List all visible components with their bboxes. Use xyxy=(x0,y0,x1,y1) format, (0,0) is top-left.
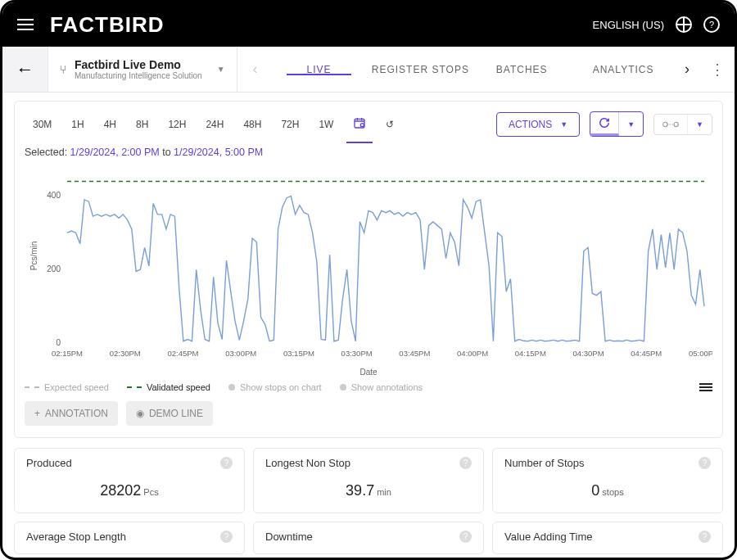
kpi-longest-non-stop: Longest Non Stop?39.7min xyxy=(253,448,484,513)
tab-live[interactable]: LIVE xyxy=(269,64,370,75)
range-1w[interactable]: 1W xyxy=(310,114,341,135)
kpi-number-of-stops: Number of Stops?0stops xyxy=(492,448,723,513)
range-72h[interactable]: 72H xyxy=(273,114,307,135)
main-chart[interactable]: Pcs/min 020040002:15PM02:30PM02:45PM03:0… xyxy=(25,165,712,371)
svg-text:04:00PM: 04:00PM xyxy=(457,349,488,358)
help-icon[interactable]: ? xyxy=(220,531,233,543)
kpi-value-adding-time: Value Adding Time? xyxy=(492,522,723,554)
kpi-label: Number of Stops xyxy=(504,457,585,469)
kpi-label: Longest Non Stop xyxy=(265,457,350,469)
refresh-dropdown-button[interactable]: ▼ xyxy=(619,112,643,136)
range-12h[interactable]: 12H xyxy=(160,114,194,135)
help-icon[interactable]: ? xyxy=(699,457,711,469)
chevron-down-icon: ▼ xyxy=(217,65,225,74)
link-dropdown-button[interactable]: ▼ xyxy=(688,115,712,134)
demo-line-button[interactable]: ◉DEMO LINE xyxy=(126,401,213,426)
svg-point-2 xyxy=(663,122,667,126)
kpi-label: Value Adding Time xyxy=(504,531,592,543)
svg-text:04:30PM: 04:30PM xyxy=(573,349,604,358)
tabs-prev-button[interactable]: ‹ xyxy=(242,61,269,78)
chart-menu-button[interactable] xyxy=(699,382,712,393)
arrow-left-icon: ← xyxy=(16,59,34,80)
svg-text:400: 400 xyxy=(47,191,61,200)
svg-text:03:00PM: 03:00PM xyxy=(225,349,256,358)
language-selector[interactable]: ENGLISH (US) xyxy=(593,19,664,31)
kpi-label: Downtime xyxy=(265,531,313,543)
legend-validated-speed[interactable]: Validated speed xyxy=(127,382,210,392)
hierarchy-icon: ⑂ xyxy=(60,63,66,76)
range-8h[interactable]: 8H xyxy=(128,114,156,135)
more-menu-button[interactable]: ⋮ xyxy=(700,61,735,79)
kpi-value: 28202Pcs xyxy=(26,482,233,499)
link-button[interactable] xyxy=(654,115,688,134)
range-48h[interactable]: 48H xyxy=(235,114,269,135)
help-icon[interactable]: ? xyxy=(459,457,472,469)
refresh-button[interactable] xyxy=(590,112,619,136)
svg-text:03:30PM: 03:30PM xyxy=(341,349,373,358)
plus-icon: + xyxy=(34,408,40,419)
svg-text:03:45PM: 03:45PM xyxy=(399,349,430,358)
tabs-next-button[interactable]: › xyxy=(674,61,700,78)
tab-register-stops[interactable]: REGISTER STOPS xyxy=(369,64,471,75)
kpi-value: 39.7min xyxy=(265,482,472,499)
kpi-downtime: Downtime? xyxy=(253,522,484,554)
globe-icon[interactable] xyxy=(676,16,692,33)
kpi-average-stop-length: Average Stop Length? xyxy=(14,522,245,554)
svg-point-3 xyxy=(674,122,678,126)
context-selector[interactable]: ⑂ Factbird Live Demo Manufacturing Intel… xyxy=(48,47,237,92)
svg-text:03:15PM: 03:15PM xyxy=(283,349,314,358)
undo-button[interactable]: ↻ xyxy=(378,114,402,135)
help-icon[interactable]: ? xyxy=(699,531,711,543)
selected-range-text: Selected: 1/29/2024, 2:00 PM to 1/29/202… xyxy=(25,147,712,158)
annotation-button[interactable]: +ANNOTATION xyxy=(25,401,118,426)
range-1h[interactable]: 1H xyxy=(63,114,92,135)
context-subtitle: Manufacturing Intelligence Solution xyxy=(75,71,202,80)
calendar-range-button[interactable] xyxy=(345,111,374,137)
kpi-label: Produced xyxy=(26,457,72,469)
help-icon[interactable]: ? xyxy=(703,16,720,33)
kpi-label: Average Stop Length xyxy=(26,531,126,543)
svg-text:02:15PM: 02:15PM xyxy=(52,349,83,358)
range-30m[interactable]: 30M xyxy=(25,114,60,135)
svg-point-1 xyxy=(361,124,364,127)
svg-text:0: 0 xyxy=(56,338,61,347)
y-axis-label: Pcs/min xyxy=(29,242,38,271)
back-button[interactable]: ← xyxy=(2,47,48,92)
chevron-down-icon: ▼ xyxy=(560,120,567,129)
svg-text:02:45PM: 02:45PM xyxy=(167,349,198,358)
context-title: Factbird Live Demo xyxy=(75,58,202,71)
actions-button[interactable]: ACTIONS ▼ xyxy=(496,112,580,137)
tab-analytics[interactable]: ANALYTICS xyxy=(572,64,674,75)
brand-logo: FACTBIRD xyxy=(50,12,164,38)
svg-text:02:30PM: 02:30PM xyxy=(110,349,141,358)
kpi-value: 0stops xyxy=(504,482,711,499)
legend-expected-speed[interactable]: Expected speed xyxy=(25,382,109,392)
actions-label: ACTIONS xyxy=(509,119,552,130)
range-24h[interactable]: 24H xyxy=(197,114,232,135)
legend-show-annotations[interactable]: Show annotations xyxy=(340,382,423,392)
range-4h[interactable]: 4H xyxy=(96,114,124,135)
menu-icon[interactable] xyxy=(17,19,34,30)
camera-icon: ◉ xyxy=(136,408,144,419)
help-icon[interactable]: ? xyxy=(459,531,472,543)
svg-text:05:00PM: 05:00PM xyxy=(689,349,712,358)
tab-batches[interactable]: BATCHES xyxy=(471,64,572,75)
help-icon[interactable]: ? xyxy=(220,457,233,469)
svg-text:200: 200 xyxy=(47,264,61,273)
svg-text:04:45PM: 04:45PM xyxy=(631,349,662,358)
legend-show-stops[interactable]: Show stops on chart xyxy=(228,382,322,392)
kpi-produced: Produced?28202Pcs xyxy=(14,448,245,513)
svg-text:04:15PM: 04:15PM xyxy=(515,349,546,358)
